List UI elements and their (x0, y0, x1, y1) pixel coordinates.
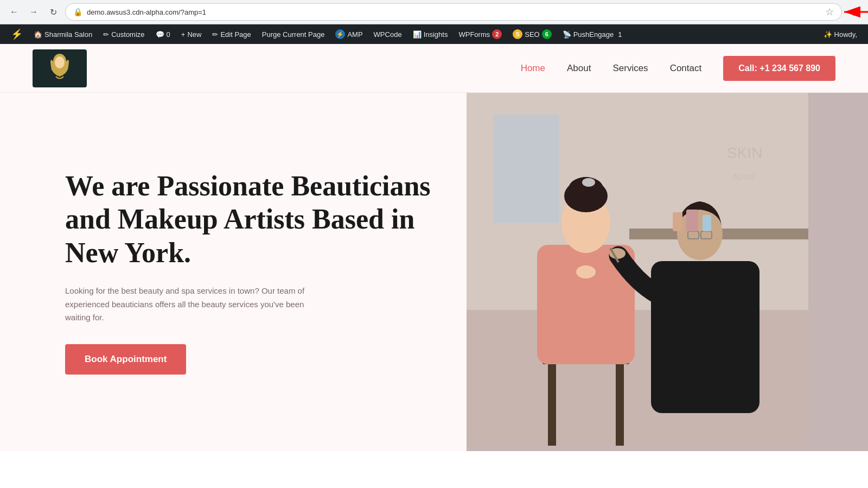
plus-icon: + (181, 30, 186, 39)
spark-icon: ✨ (824, 30, 832, 39)
svg-rect-10 (548, 364, 556, 446)
svg-text:SKIN: SKIN (727, 144, 762, 161)
site-icon: 🏠 (34, 30, 42, 39)
hero-illustration: SKIN ADVIS (467, 93, 808, 446)
svg-point-16 (576, 265, 596, 278)
wp-logo-icon: ⚡ (11, 28, 23, 40)
amp-label: AMP (347, 30, 362, 39)
back-button[interactable]: ← (7, 4, 22, 20)
wpforms-label: WPForms (458, 30, 490, 39)
site-header: Home About Services Contact Call: +1 234… (0, 44, 868, 93)
wp-logo-link[interactable]: ⚡ (5, 24, 28, 44)
svg-rect-7 (494, 115, 559, 223)
svg-rect-24 (673, 212, 682, 231)
wpforms-link[interactable]: WPForms 2 (453, 24, 507, 44)
seo-label: SEO (525, 30, 539, 39)
main-nav: Home About Services Contact Call: +1 234… (521, 56, 835, 81)
hero-title: We are Passionate Beauticians and Makeup… (65, 169, 434, 269)
svg-rect-25 (686, 210, 698, 231)
seo-badge: 6 (542, 29, 552, 39)
browser-toolbar: ← → ↻ 🔒 ☆ ⋮ (0, 0, 868, 24)
call-button[interactable]: Call: +1 234 567 890 (723, 56, 835, 81)
site-icon: 🔒 (73, 8, 82, 16)
seo-link[interactable]: S SEO 6 (507, 24, 557, 44)
comments-link[interactable]: 💬 0 (150, 24, 176, 44)
wpcode-link[interactable]: WPCode (368, 24, 407, 44)
new-label: New (187, 30, 201, 39)
comments-count: 0 (167, 30, 170, 39)
svg-rect-17 (651, 261, 760, 413)
edit-page-label: Edit Page (220, 30, 251, 39)
edit-page-link[interactable]: ✏ Edit Page (207, 24, 256, 44)
nav-about[interactable]: About (567, 63, 591, 74)
svg-text:ADVIS: ADVIS (732, 173, 755, 181)
address-bar[interactable]: 🔒 ☆ (65, 3, 842, 21)
pushengage-link[interactable]: 📡 PushEngage 1 (557, 24, 628, 44)
seo-icon: S (513, 29, 522, 39)
hero-image: SKIN ADVIS (467, 93, 868, 451)
svg-rect-11 (616, 364, 624, 446)
bookmark-icon[interactable]: ☆ (825, 6, 834, 18)
amp-icon: ⚡ (335, 29, 345, 39)
new-link[interactable]: + New (176, 24, 207, 44)
hero-description: Looking for the best beauty and spa serv… (65, 284, 315, 325)
comments-icon: 💬 (156, 30, 164, 39)
customize-icon: ✏ (103, 30, 109, 39)
browser-chrome: ← → ↻ 🔒 ☆ ⋮ (0, 0, 868, 24)
nav-services[interactable]: Services (612, 63, 648, 74)
logo-image (35, 50, 84, 86)
pushengage-count: 1 (618, 30, 622, 39)
hero-section: We are Passionate Beauticians and Makeup… (0, 93, 868, 451)
purge-label: Purge Current Page (262, 30, 325, 39)
forward-button[interactable]: → (26, 4, 41, 20)
customize-label: Customize (111, 30, 144, 39)
site-name-link[interactable]: 🏠 Sharmila Salon (28, 24, 98, 44)
wpforms-badge: 2 (492, 29, 502, 39)
insights-label: Insights (424, 30, 448, 39)
nav-home[interactable]: Home (521, 63, 545, 74)
svg-rect-26 (703, 215, 711, 231)
svg-point-4 (55, 56, 65, 68)
chart-icon: 📊 (413, 30, 422, 39)
amp-link[interactable]: ⚡ AMP (330, 24, 368, 44)
insights-link[interactable]: 📊 Insights (407, 24, 454, 44)
url-input[interactable] (87, 8, 821, 16)
wpcode-label: WPCode (374, 30, 402, 39)
refresh-button[interactable]: ↻ (46, 4, 61, 20)
user-profile-link[interactable]: ✨ Howdy, (818, 24, 863, 44)
svg-point-15 (582, 178, 595, 187)
pushengage-icon: 📡 (563, 30, 571, 39)
site-name-label: Sharmila Salon (44, 30, 92, 39)
customize-link[interactable]: ✏ Customize (98, 24, 150, 44)
hero-content: We are Passionate Beauticians and Makeup… (65, 93, 467, 451)
site-logo[interactable] (33, 49, 87, 87)
edit-icon: ✏ (212, 30, 218, 39)
wp-admin-bar: ⚡ 🏠 Sharmila Salon ✏ Customize 💬 0 + New… (0, 24, 868, 44)
howdy-label: Howdy, (834, 30, 857, 39)
pushengage-label: PushEngage (573, 30, 614, 39)
nav-contact[interactable]: Contact (670, 63, 702, 74)
red-arrow-annotation (839, 0, 868, 26)
purge-link[interactable]: Purge Current Page (257, 24, 330, 44)
book-appointment-button[interactable]: Book Appointment (65, 344, 186, 375)
